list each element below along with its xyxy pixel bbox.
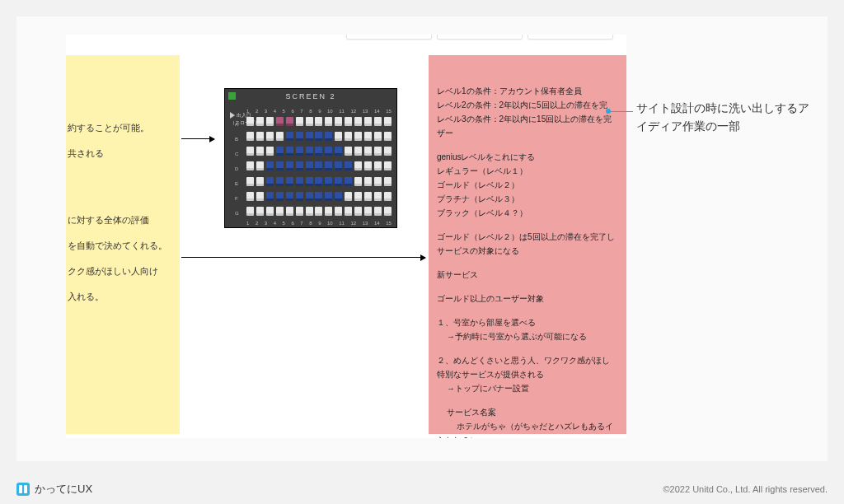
- seat[interactable]: [286, 192, 293, 201]
- seat[interactable]: [325, 177, 332, 186]
- seat[interactable]: [315, 177, 322, 186]
- seat[interactable]: [296, 147, 303, 156]
- seat[interactable]: [296, 177, 303, 186]
- seat[interactable]: [345, 117, 352, 126]
- seat[interactable]: [306, 207, 313, 216]
- seat[interactable]: [315, 147, 322, 156]
- seat[interactable]: [325, 161, 332, 170]
- seat[interactable]: [315, 207, 322, 216]
- seat[interactable]: [345, 132, 352, 141]
- seat[interactable]: [266, 177, 274, 186]
- seat[interactable]: [286, 207, 293, 216]
- seat[interactable]: [345, 161, 352, 170]
- seat[interactable]: [246, 177, 254, 186]
- seat[interactable]: [384, 132, 392, 141]
- seat[interactable]: [364, 147, 372, 156]
- seat[interactable]: [315, 117, 322, 126]
- seat[interactable]: [266, 192, 274, 201]
- seat[interactable]: [364, 177, 372, 186]
- seat[interactable]: [354, 161, 362, 170]
- seat[interactable]: [246, 117, 254, 126]
- seat[interactable]: [246, 132, 254, 141]
- seat[interactable]: [354, 207, 362, 216]
- seat[interactable]: [296, 207, 303, 216]
- seat[interactable]: [374, 192, 382, 201]
- seat[interactable]: [374, 207, 382, 216]
- seat[interactable]: [354, 177, 362, 186]
- seat[interactable]: [335, 132, 342, 141]
- seat[interactable]: [256, 177, 264, 186]
- seat[interactable]: [374, 117, 382, 126]
- seat[interactable]: [256, 161, 264, 170]
- seat[interactable]: [276, 192, 284, 201]
- seat[interactable]: [306, 192, 313, 201]
- seat[interactable]: [286, 147, 293, 156]
- seat[interactable]: [256, 192, 264, 201]
- seat[interactable]: [364, 192, 372, 201]
- seat[interactable]: [335, 147, 342, 156]
- seat[interactable]: [325, 207, 332, 216]
- seat[interactable]: [364, 117, 372, 126]
- seat[interactable]: [354, 117, 362, 126]
- seat[interactable]: [286, 161, 293, 170]
- seat[interactable]: [325, 132, 332, 141]
- seat[interactable]: [306, 177, 313, 186]
- tab[interactable]: [528, 35, 613, 40]
- seat[interactable]: [335, 192, 342, 201]
- seat[interactable]: [286, 132, 293, 141]
- seat[interactable]: [306, 161, 313, 170]
- seat[interactable]: [374, 132, 382, 141]
- seat[interactable]: [246, 161, 254, 170]
- seat[interactable]: [296, 161, 303, 170]
- seat[interactable]: [246, 207, 254, 216]
- seat[interactable]: [345, 207, 352, 216]
- seat[interactable]: [354, 132, 362, 141]
- seat[interactable]: [325, 192, 332, 201]
- seat[interactable]: [345, 177, 352, 186]
- seat[interactable]: [306, 117, 313, 126]
- tab[interactable]: [437, 35, 523, 40]
- seat[interactable]: [315, 192, 322, 201]
- seat[interactable]: [266, 132, 274, 141]
- seat[interactable]: [364, 132, 372, 141]
- tab[interactable]: [346, 35, 432, 40]
- seat[interactable]: [306, 132, 313, 141]
- seat[interactable]: [374, 177, 382, 186]
- seat[interactable]: [286, 177, 293, 186]
- seat[interactable]: [296, 192, 303, 201]
- seat[interactable]: [306, 147, 313, 156]
- seat[interactable]: [246, 147, 254, 156]
- seat[interactable]: [256, 207, 264, 216]
- seat[interactable]: [276, 177, 284, 186]
- seat[interactable]: [276, 207, 284, 216]
- seat[interactable]: [384, 192, 392, 201]
- seat[interactable]: [354, 147, 362, 156]
- seat[interactable]: [364, 161, 372, 170]
- seat[interactable]: [335, 161, 342, 170]
- seat[interactable]: [384, 117, 392, 126]
- seat[interactable]: [276, 161, 284, 170]
- seat[interactable]: [325, 117, 332, 126]
- seat[interactable]: [315, 161, 322, 170]
- seat[interactable]: [384, 147, 392, 156]
- seat[interactable]: [384, 207, 392, 216]
- seat[interactable]: [266, 207, 274, 216]
- seat[interactable]: [315, 132, 322, 141]
- seat[interactable]: [384, 177, 392, 186]
- seat[interactable]: [335, 177, 342, 186]
- seat[interactable]: [256, 132, 264, 141]
- seat[interactable]: [335, 207, 342, 216]
- seat[interactable]: [286, 117, 293, 126]
- seat[interactable]: [276, 117, 284, 126]
- seat[interactable]: [256, 147, 264, 156]
- seat[interactable]: [296, 117, 303, 126]
- seat[interactable]: [354, 192, 362, 201]
- seat[interactable]: [266, 147, 274, 156]
- seat[interactable]: [256, 117, 264, 126]
- seat[interactable]: [266, 161, 274, 170]
- seat[interactable]: [296, 132, 303, 141]
- seat[interactable]: [364, 207, 372, 216]
- seat[interactable]: [384, 161, 392, 170]
- seat[interactable]: [276, 132, 284, 141]
- seat[interactable]: [345, 192, 352, 201]
